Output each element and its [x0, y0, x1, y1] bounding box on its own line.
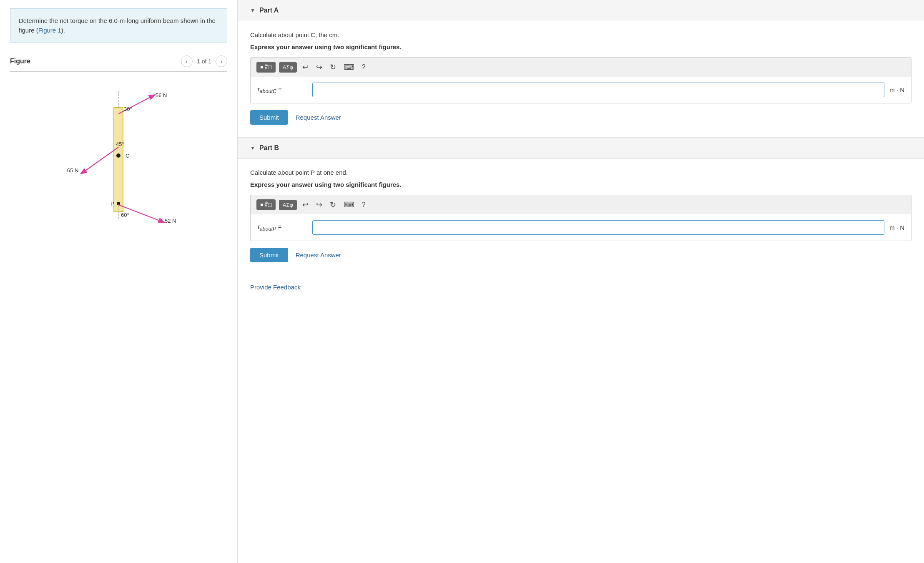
problem-text-end: ).	[61, 27, 65, 34]
part-b-formula-label: τaboutP =	[257, 223, 307, 232]
undo-button-a[interactable]: ↩	[300, 62, 311, 72]
part-b-unit: m · N	[889, 224, 904, 231]
svg-text:C: C	[126, 153, 129, 159]
svg-rect-0	[114, 108, 123, 212]
figure-link[interactable]: Figure 1	[38, 27, 61, 34]
part-a-title: Part A	[259, 7, 279, 14]
svg-text:65 N: 65 N	[67, 167, 78, 173]
part-b-title: Part B	[259, 144, 279, 152]
redo-button-b[interactable]: ↪	[314, 200, 324, 210]
page-indicator: 1 of 1	[197, 58, 211, 65]
right-panel: ▼ Part A Calculate about point C, the cm…	[238, 0, 924, 563]
redo-button-a[interactable]: ↪	[314, 62, 324, 72]
refresh-button-a[interactable]: ↻	[328, 62, 338, 72]
matrix-sqrt-button-a[interactable]: ■ ∜□	[256, 62, 276, 73]
part-a-actions: Submit Request Answer	[250, 110, 911, 125]
left-panel: Determine the net torque on the 6.0-m-lo…	[0, 0, 238, 563]
figure-title: Figure	[10, 58, 30, 65]
provide-feedback-link[interactable]: Provide Feedback	[238, 275, 924, 299]
part-b-submit-button[interactable]: Submit	[250, 248, 288, 262]
help-button-b[interactable]: ?	[360, 200, 368, 209]
svg-text:45°: 45°	[116, 141, 124, 147]
greek-button-b[interactable]: ΑΣφ	[279, 200, 297, 210]
greek-button-a[interactable]: ΑΣφ	[279, 62, 297, 73]
part-b-express: Express your answer using two significan…	[250, 181, 911, 188]
svg-text:56 N: 56 N	[156, 92, 167, 98]
refresh-button-b[interactable]: ↻	[328, 200, 338, 210]
svg-text:30°: 30°	[124, 106, 132, 112]
greek-label-b: ΑΣφ	[283, 202, 293, 208]
part-b-math-box: ■ ∜□ ΑΣφ ↩ ↪ ↻ ⌨ ? τaboutP =	[250, 195, 911, 241]
part-a-request-answer-link[interactable]: Request Answer	[296, 114, 341, 121]
svg-text:P: P	[110, 201, 114, 207]
figure-canvas: 30° 56 N C 45° 65 N P	[10, 78, 227, 234]
matrix-icon-b: ■	[260, 202, 263, 208]
part-a-toolbar: ■ ∜□ ΑΣφ ↩ ↪ ↻ ⌨ ?	[250, 57, 911, 77]
svg-point-10	[117, 202, 120, 205]
figure-section: Figure ‹ 1 of 1 › 30°	[10, 55, 227, 234]
keyboard-button-a[interactable]: ⌨	[341, 62, 357, 72]
svg-text:52 N: 52 N	[165, 218, 176, 224]
beam-diagram: 30° 56 N C 45° 65 N P	[52, 83, 186, 226]
keyboard-button-b[interactable]: ⌨	[341, 200, 357, 210]
part-a-express: Express your answer using two significan…	[250, 43, 911, 50]
part-b-toolbar: ■ ∜□ ΑΣφ ↩ ↪ ↻ ⌨ ?	[250, 195, 911, 214]
matrix-sqrt-button-b[interactable]: ■ ∜□	[256, 199, 276, 210]
part-b-chevron-icon: ▼	[250, 145, 255, 151]
part-b-content: Calculate about point P at one end. Expr…	[238, 159, 924, 275]
figure-next-button[interactable]: ›	[216, 55, 227, 67]
part-b-header: ▼ Part B	[238, 138, 924, 159]
part-a-input[interactable]	[312, 83, 884, 97]
part-b-input[interactable]	[312, 220, 884, 235]
part-a-instruction: Calculate about point C, the cm.	[250, 31, 911, 38]
part-b-actions: Submit Request Answer	[250, 248, 911, 262]
part-a-header: ▼ Part A	[238, 0, 924, 21]
sqrt-icon-b: ∜□	[264, 201, 271, 208]
part-a-input-area: τaboutC = m · N	[250, 77, 911, 103]
part-a-math-box: ■ ∜□ ΑΣφ ↩ ↪ ↻ ⌨ ? τaboutC =	[250, 57, 911, 103]
part-b-instruction: Calculate about point P at one end.	[250, 169, 911, 176]
part-b-section: ▼ Part B Calculate about point P at one …	[238, 138, 924, 275]
part-b-request-answer-link[interactable]: Request Answer	[296, 251, 341, 259]
problem-box: Determine the net torque on the 6.0-m-lo…	[10, 8, 227, 43]
help-button-a[interactable]: ?	[360, 63, 368, 72]
figure-header: Figure ‹ 1 of 1 ›	[10, 55, 227, 72]
svg-text:60°: 60°	[121, 212, 129, 218]
part-a-chevron-icon: ▼	[250, 8, 255, 13]
matrix-icon-a: ■	[260, 64, 263, 70]
part-a-section: ▼ Part A Calculate about point C, the cm…	[238, 0, 924, 138]
svg-point-5	[116, 153, 121, 158]
part-a-submit-button[interactable]: Submit	[250, 110, 288, 125]
figure-prev-button[interactable]: ‹	[181, 55, 193, 67]
part-a-formula-label: τaboutC =	[257, 85, 307, 94]
svg-line-7	[81, 147, 118, 173]
part-b-input-area: τaboutP = m · N	[250, 214, 911, 241]
part-a-content: Calculate about point C, the cm. Express…	[238, 21, 924, 137]
undo-button-b[interactable]: ↩	[300, 200, 311, 210]
figure-nav: ‹ 1 of 1 ›	[181, 55, 227, 67]
greek-label-a: ΑΣφ	[283, 64, 293, 70]
sqrt-icon-a: ∜□	[264, 64, 271, 70]
part-a-unit: m · N	[889, 86, 904, 93]
